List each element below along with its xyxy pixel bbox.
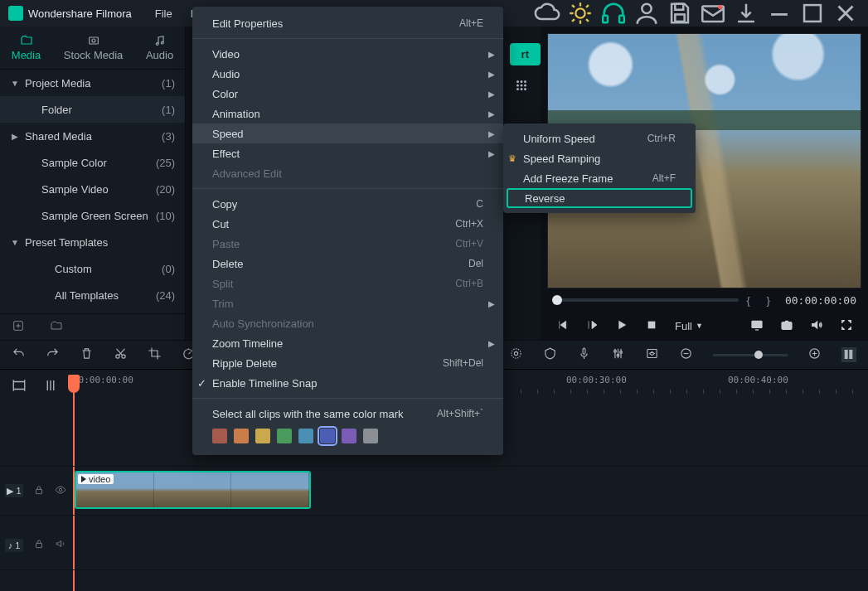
tree-item[interactable]: Folder(1) [0,96,185,123]
tab-stock-media[interactable]: Stock Media [64,34,124,61]
svg-point-10 [156,43,158,46]
mixer-icon[interactable] [611,346,625,363]
import-icon[interactable] [12,319,25,335]
track-lock-icon[interactable] [33,538,45,552]
tree-item[interactable]: Sample Video(20) [0,176,185,202]
timeline-adjust-icon[interactable] [43,378,58,393]
svg-rect-2 [619,16,624,23]
speed-submenu: Uniform SpeedCtrl+R ♛Speed Ramping Add F… [503,124,696,213]
track-mute-icon[interactable] [55,538,66,552]
save-icon[interactable] [666,0,694,27]
ctx-select-same-color[interactable]: Select all clips with the same color mar… [192,404,503,424]
zoom-out-icon[interactable] [679,346,693,363]
download-icon[interactable] [732,0,760,27]
audio-track[interactable]: ♪ 1 [0,521,868,570]
tree-item[interactable]: ▼Project Media(1) [0,70,185,96]
svg-point-15 [524,80,526,83]
ruler-tick: 00:00:40:00 [728,375,788,385]
cut-icon[interactable] [114,346,128,363]
zoom-fit-icon[interactable] [841,347,856,362]
menu-file[interactable]: File [148,7,179,20]
ctx-cut[interactable]: CutCtrl+X [192,214,503,234]
stop-icon[interactable] [645,318,658,334]
sparkle-icon[interactable] [566,0,594,27]
quality-dropdown[interactable]: Full▼ [675,320,703,332]
sub-add-freeze-frame[interactable]: Add Freeze FrameAlt+F [503,168,696,188]
track-lock-icon[interactable] [33,484,45,498]
color-mark[interactable] [234,429,249,443]
color-mark[interactable] [298,429,313,443]
voiceover-icon[interactable] [577,346,591,363]
color-mark[interactable] [277,429,292,443]
keyframe-icon[interactable] [645,346,659,363]
tree-item[interactable]: Sample Color(25) [0,149,185,176]
ctx-edit-properties[interactable]: Edit PropertiesAlt+E [192,13,503,33]
window-maximize[interactable] [798,0,827,27]
scrub-track[interactable] [552,298,739,302]
marker-braces[interactable]: { } [747,294,777,307]
svg-point-25 [784,323,788,327]
snapshot-icon[interactable] [780,318,793,334]
tab-media[interactable]: Media [12,34,41,61]
playhead-handle[interactable] [68,375,80,393]
tree-item[interactable]: All Templates(24) [0,282,185,308]
fullscreen-icon[interactable] [840,318,853,334]
delete-icon[interactable] [80,346,94,363]
tree-item[interactable]: Sample Green Screen(10) [0,202,185,229]
user-icon[interactable] [633,0,661,27]
redo-icon[interactable] [46,346,60,363]
headphones-icon[interactable] [599,0,628,27]
tree-item[interactable]: ▶Shared Media(3) [0,123,185,149]
track-visibility-icon[interactable] [55,484,66,498]
ctx-speed[interactable]: Speed▶ [192,124,503,143]
color-mark[interactable] [212,429,227,443]
ctx-ripple-delete[interactable]: Ripple DeleteShift+Del [192,353,503,373]
display-icon[interactable] [750,318,764,334]
prev-frame-icon[interactable] [555,318,569,334]
window-minimize[interactable] [765,0,793,27]
ctx-video[interactable]: Video▶ [192,44,503,64]
svg-rect-1 [603,16,608,23]
ctx-audio[interactable]: Audio▶ [192,64,503,84]
ctx-delete[interactable]: DeleteDel [192,254,503,274]
marker-icon[interactable] [543,346,557,363]
tree-item[interactable]: Custom(0) [0,255,185,282]
tab-stock-label: Stock Media [64,49,124,61]
ctx-color[interactable]: Color▶ [192,84,503,104]
cloud-icon[interactable] [533,0,561,27]
undo-icon[interactable] [12,346,26,363]
tab-audio[interactable]: Audio [146,34,173,61]
color-mark[interactable] [342,429,356,443]
crop-icon[interactable] [148,346,162,363]
svg-point-13 [516,80,519,83]
color-mark[interactable] [255,429,270,443]
color-mark[interactable] [320,429,335,443]
sub-uniform-speed[interactable]: Uniform SpeedCtrl+R [503,128,696,148]
ctx-zoom-timeline[interactable]: Zoom Timeline▶ [192,333,503,353]
new-folder-icon[interactable] [50,319,63,335]
volume-icon[interactable] [810,318,823,334]
ctx-split: SplitCtrl+B [192,274,503,293]
play-icon[interactable] [615,318,628,334]
ctx-animation[interactable]: Animation▶ [192,104,503,124]
render-icon[interactable] [509,346,523,363]
svg-rect-23 [752,321,762,327]
sub-reverse[interactable]: Reverse [507,188,692,208]
tree-item[interactable]: ▼Preset Templates [0,229,185,255]
play-pause-icon[interactable] [585,318,599,334]
color-mark[interactable] [363,429,378,443]
manage-tracks-icon[interactable] [12,378,27,393]
video-clip[interactable]: video [75,471,311,509]
sub-speed-ramping[interactable]: ♛Speed Ramping [503,148,696,168]
ctx-enable-snap[interactable]: ✓Enable Timeline Snap [192,373,503,393]
mail-icon[interactable] [699,0,727,27]
scrub-knob[interactable] [552,295,562,305]
svg-point-0 [575,8,584,17]
grid-view-icon[interactable] [514,78,529,93]
export-button[interactable]: rt [510,43,541,65]
ctx-effect[interactable]: Effect▶ [192,143,503,163]
zoom-slider[interactable] [713,354,788,356]
window-close[interactable] [832,0,860,27]
ctx-copy[interactable]: CopyC [192,194,503,214]
zoom-in-icon[interactable] [807,346,822,363]
